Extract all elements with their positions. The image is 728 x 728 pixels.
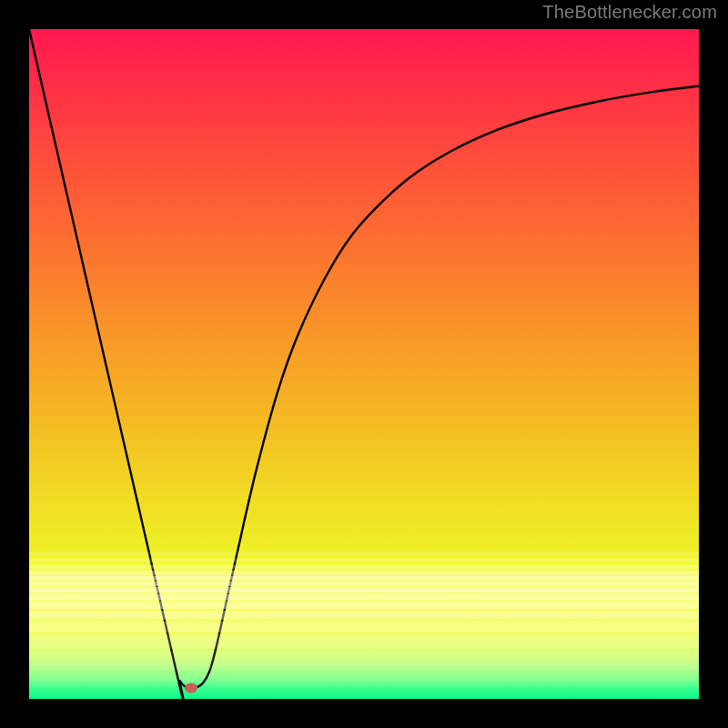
- plot-area: [29, 29, 699, 699]
- chart-figure: TheBottlenecker.com: [0, 0, 728, 728]
- attribution-text: TheBottlenecker.com: [542, 2, 717, 23]
- bottleneck-curve: [29, 29, 699, 699]
- optimal-point-marker: [185, 683, 197, 693]
